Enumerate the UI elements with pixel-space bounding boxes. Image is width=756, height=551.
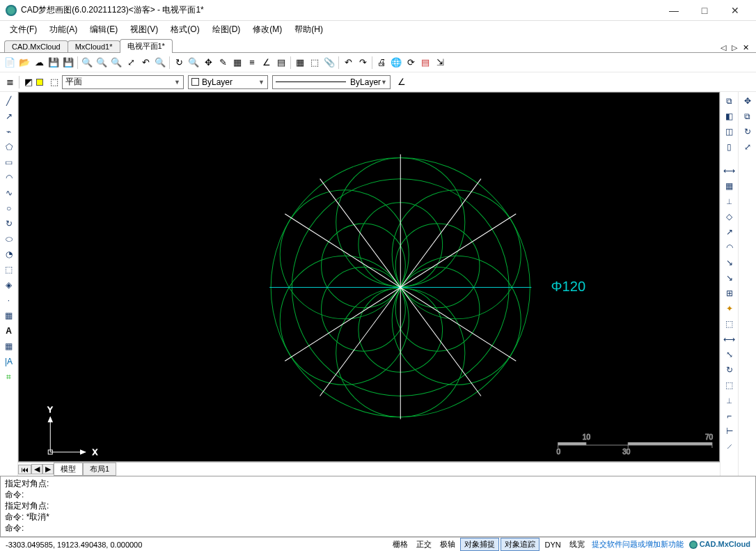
- menu-function[interactable]: 功能(A): [44, 22, 83, 37]
- zoom-icon[interactable]: 🔍: [187, 56, 200, 70]
- print-icon[interactable]: 🖨: [375, 56, 388, 70]
- dim-continue-icon[interactable]: ↻: [723, 363, 737, 377]
- dim-arc-icon[interactable]: ◠: [723, 240, 737, 254]
- dim-diameter-icon[interactable]: ◇: [723, 210, 737, 224]
- loop-icon[interactable]: ↻: [172, 56, 186, 70]
- copy-icon[interactable]: ⧉: [723, 94, 737, 108]
- hatch-icon[interactable]: ▦: [2, 309, 16, 323]
- center-mark-icon[interactable]: ✦: [723, 302, 737, 316]
- layer-lock-icon[interactable]: ⬚: [47, 75, 61, 89]
- make-block-icon[interactable]: ◈: [2, 278, 16, 292]
- tab-next-button[interactable]: ▷: [729, 43, 740, 52]
- layer-combo[interactable]: 平面 ▼: [62, 75, 184, 89]
- line-icon[interactable]: ╱: [2, 94, 16, 108]
- insert-icon[interactable]: ⬚: [308, 56, 322, 70]
- more-icon[interactable]: ▯: [723, 140, 737, 154]
- layout-tab[interactable]: 布局1: [83, 463, 116, 476]
- dim-angular-icon[interactable]: ↗: [723, 225, 737, 239]
- color-icon[interactable]: ▦: [230, 56, 244, 70]
- globe-icon[interactable]: 🌐: [389, 56, 403, 70]
- open-icon[interactable]: 📂: [17, 56, 31, 70]
- ellipse-icon[interactable]: ⬭: [2, 232, 16, 246]
- polyline-icon[interactable]: ⌁: [2, 125, 16, 139]
- region-icon[interactable]: ⌗: [2, 370, 16, 384]
- zoom-window-icon[interactable]: 🔍: [80, 56, 94, 70]
- maximize-button[interactable]: □: [689, 1, 720, 20]
- model-tab[interactable]: 模型: [54, 463, 83, 476]
- mtab-next[interactable]: ▶: [42, 464, 54, 474]
- scale-icon[interactable]: ⤢: [741, 140, 755, 154]
- dim-radius-icon[interactable]: ⟂: [723, 194, 737, 208]
- zoom-realtime-icon[interactable]: 🔍: [153, 56, 167, 70]
- zoom-out-icon[interactable]: 🔍: [109, 56, 123, 70]
- layer-state-icon[interactable]: ◩: [22, 75, 36, 89]
- spline-icon[interactable]: ∿: [2, 186, 16, 200]
- zoom-in-icon[interactable]: 🔍: [95, 56, 109, 70]
- undo-icon[interactable]: ↶: [341, 56, 355, 70]
- ellipse-arc-icon[interactable]: ◔: [2, 247, 16, 261]
- toggle-ortho[interactable]: 正交: [413, 538, 435, 550]
- dim-style-icon[interactable]: ⟷: [723, 332, 737, 346]
- linetype-combo[interactable]: ByLayer ▼: [188, 75, 268, 89]
- doc-tab-1[interactable]: MxCloud1*: [68, 40, 120, 52]
- feedback-link[interactable]: 提交软件问题或增加新功能: [589, 539, 686, 550]
- menu-modify[interactable]: 修改(M): [247, 22, 288, 37]
- redo-icon[interactable]: ↷: [356, 56, 370, 70]
- dim-linear-icon[interactable]: ⟷: [723, 164, 737, 178]
- zoom-previous-icon[interactable]: ↶: [139, 56, 152, 70]
- toggle-otrack[interactable]: 对象追踪: [501, 538, 540, 551]
- mtext-icon[interactable]: |A: [2, 355, 16, 368]
- attach-icon[interactable]: 📎: [322, 56, 336, 70]
- edit-icon[interactable]: ✎: [216, 56, 230, 70]
- brush-icon[interactable]: ∠: [260, 56, 274, 70]
- dim-update-icon[interactable]: ⟋: [723, 440, 737, 453]
- offset-icon[interactable]: ◫: [723, 125, 737, 139]
- new-icon[interactable]: 📄: [3, 56, 17, 70]
- arc-icon[interactable]: ◠: [2, 171, 16, 185]
- zoom-extents-icon[interactable]: ⤢: [124, 56, 138, 70]
- circle-icon[interactable]: ○: [2, 201, 16, 215]
- minimize-button[interactable]: —: [659, 1, 689, 20]
- dim-aligned-icon[interactable]: ▦: [723, 179, 737, 193]
- rotate-icon[interactable]: ↻: [741, 125, 755, 139]
- dim-jog-icon[interactable]: ⌐: [723, 409, 737, 423]
- export-icon[interactable]: ⇲: [433, 56, 447, 70]
- menu-draw[interactable]: 绘图(D): [207, 22, 246, 37]
- insert-block-icon[interactable]: ⬚: [2, 263, 16, 277]
- toggle-lwt[interactable]: 线宽: [566, 538, 588, 550]
- dim-qleader-icon[interactable]: ↘: [723, 271, 737, 285]
- brush2-icon[interactable]: ∠: [395, 75, 409, 89]
- menu-file[interactable]: 文件(F): [4, 22, 42, 37]
- toggle-grid[interactable]: 栅格: [389, 538, 411, 550]
- brand-label[interactable]: CAD.MxCloud: [686, 540, 753, 549]
- menu-view[interactable]: 视图(V): [125, 22, 164, 37]
- drawing-canvas[interactable]: Φ120 X Y: [18, 92, 720, 462]
- dim-baseline-icon[interactable]: ⤡: [723, 348, 737, 362]
- layer-manager-icon[interactable]: ≣: [3, 75, 17, 89]
- command-window[interactable]: 指定对角点: 命令: 指定对角点: 命令: *取消* 命令:: [0, 476, 756, 537]
- rectangle-icon[interactable]: ▭: [2, 155, 16, 169]
- toggle-osnap[interactable]: 对象捕捉: [460, 538, 499, 551]
- lineweight-combo[interactable]: ByLayer ▼: [272, 75, 391, 89]
- dim-over-icon[interactable]: ⊢: [723, 424, 737, 438]
- copy2-icon[interactable]: ⧉: [741, 109, 755, 123]
- xline-icon[interactable]: ↗: [2, 109, 16, 123]
- dim-edit-icon[interactable]: ⬚: [723, 317, 737, 331]
- doc-tab-0[interactable]: CAD.MxCloud: [4, 40, 68, 52]
- polygon-icon[interactable]: ⬠: [2, 140, 16, 154]
- text-icon-A[interactable]: A: [2, 324, 16, 338]
- tab-close-button[interactable]: ✕: [740, 43, 752, 52]
- doc-tab-2[interactable]: 电视平面1*: [120, 39, 173, 53]
- dim-ord-icon[interactable]: ↘: [723, 256, 737, 270]
- point-icon[interactable]: ·: [2, 293, 16, 307]
- close-button[interactable]: ✕: [720, 1, 750, 20]
- pdf-icon[interactable]: ▤: [418, 56, 432, 70]
- mirror-icon[interactable]: ◧: [723, 109, 737, 123]
- menu-help[interactable]: 帮助(H): [289, 22, 329, 37]
- mtab-first[interactable]: ⏮: [18, 465, 31, 474]
- tolerance-icon[interactable]: ⊞: [723, 286, 737, 300]
- table-icon[interactable]: ▦: [2, 339, 16, 353]
- menu-edit[interactable]: 编辑(E): [84, 22, 123, 37]
- revcloud-icon[interactable]: ↻: [2, 217, 16, 231]
- mtab-prev[interactable]: ◀: [31, 464, 42, 474]
